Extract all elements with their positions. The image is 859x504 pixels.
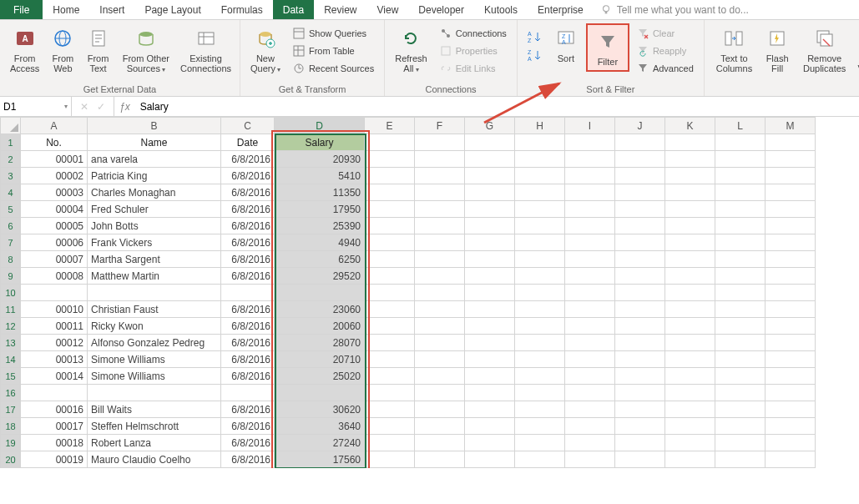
column-header-B[interactable]: B <box>88 118 221 134</box>
cell[interactable]: 00017 <box>21 418 88 435</box>
cell[interactable] <box>221 385 275 401</box>
row-header[interactable]: 12 <box>1 318 21 335</box>
table-header-cell[interactable]: Name <box>88 134 221 151</box>
cell[interactable]: 00013 <box>21 351 88 368</box>
cell[interactable] <box>615 184 665 201</box>
cell[interactable] <box>565 318 615 335</box>
cell[interactable] <box>615 451 665 468</box>
cell[interactable] <box>766 234 816 251</box>
cell[interactable]: 00012 <box>21 335 88 351</box>
cell[interactable] <box>665 234 715 251</box>
cell[interactable] <box>766 401 816 418</box>
cell[interactable] <box>665 451 715 468</box>
cell[interactable] <box>565 234 615 251</box>
cell[interactable] <box>615 151 665 168</box>
cell[interactable] <box>515 418 565 435</box>
cell[interactable] <box>715 318 766 335</box>
cell[interactable] <box>465 151 515 168</box>
cell[interactable]: 3640 <box>275 418 365 435</box>
cell[interactable] <box>665 134 715 151</box>
cell[interactable]: John Botts <box>88 218 221 234</box>
cell[interactable] <box>365 285 415 301</box>
cell[interactable] <box>565 268 615 285</box>
cell[interactable] <box>766 418 816 435</box>
cell[interactable] <box>615 134 665 151</box>
cell[interactable]: 6/8/2016 <box>221 201 275 218</box>
column-header-D[interactable]: D <box>275 118 365 134</box>
cell[interactable]: 17950 <box>275 201 365 218</box>
cell[interactable] <box>665 301 715 318</box>
cell[interactable]: 20710 <box>275 351 365 368</box>
cell[interactable] <box>665 151 715 168</box>
cell[interactable] <box>365 335 415 351</box>
row-header[interactable]: 10 <box>1 285 21 301</box>
cell[interactable]: 20060 <box>275 318 365 335</box>
cell[interactable] <box>766 134 816 151</box>
cell[interactable] <box>88 285 221 301</box>
cell[interactable] <box>275 385 365 401</box>
cell[interactable] <box>515 351 565 368</box>
cell[interactable] <box>415 301 465 318</box>
spreadsheet-grid[interactable]: ABCDEFGHIJKLM 1No.NameDateSalary200001an… <box>0 117 816 468</box>
table-header-cell[interactable]: No. <box>21 134 88 151</box>
cell[interactable] <box>665 368 715 385</box>
cell[interactable]: 00014 <box>21 368 88 385</box>
cell[interactable]: 25020 <box>275 368 365 385</box>
cell[interactable]: 00019 <box>21 451 88 468</box>
cell[interactable] <box>715 218 766 234</box>
cell[interactable] <box>565 418 615 435</box>
fx-icon[interactable]: ƒx <box>114 97 135 116</box>
cell[interactable] <box>665 251 715 268</box>
cell[interactable] <box>715 301 766 318</box>
cell[interactable]: Simone Williams <box>88 351 221 368</box>
cell[interactable] <box>365 385 415 401</box>
cell[interactable] <box>515 234 565 251</box>
cell[interactable] <box>415 184 465 201</box>
tab-formulas[interactable]: Formulas <box>211 0 273 19</box>
cell[interactable] <box>665 351 715 368</box>
cell[interactable]: 4940 <box>275 234 365 251</box>
cell[interactable] <box>715 435 766 451</box>
chevron-down-icon[interactable]: ▾ <box>64 103 68 110</box>
cell[interactable] <box>565 201 615 218</box>
cell[interactable] <box>465 401 515 418</box>
cell[interactable]: 00004 <box>21 201 88 218</box>
row-header[interactable]: 6 <box>1 218 21 234</box>
cell[interactable] <box>415 285 465 301</box>
table-header-cell[interactable]: Date <box>221 134 275 151</box>
cell[interactable] <box>465 385 515 401</box>
cell[interactable] <box>365 435 415 451</box>
cell[interactable] <box>415 251 465 268</box>
cell[interactable] <box>565 184 615 201</box>
cell[interactable] <box>365 234 415 251</box>
cell[interactable] <box>615 435 665 451</box>
cell[interactable] <box>715 368 766 385</box>
cell[interactable] <box>515 268 565 285</box>
cell[interactable]: 6/8/2016 <box>221 451 275 468</box>
row-header[interactable]: 20 <box>1 451 21 468</box>
from-text-button[interactable]: From Text <box>82 23 115 75</box>
cell[interactable] <box>515 151 565 168</box>
cell[interactable] <box>665 268 715 285</box>
cell[interactable]: Charles Monaghan <box>88 184 221 201</box>
existing-connections-button[interactable]: Existing Connections <box>177 23 235 75</box>
refresh-all-button[interactable]: Refresh All▾ <box>390 23 432 76</box>
row-header[interactable]: 18 <box>1 418 21 435</box>
cell[interactable]: 00003 <box>21 184 88 201</box>
cell[interactable] <box>515 184 565 201</box>
cell[interactable] <box>515 301 565 318</box>
row-header[interactable]: 7 <box>1 234 21 251</box>
cell[interactable] <box>665 385 715 401</box>
cell[interactable] <box>515 335 565 351</box>
tab-home[interactable]: Home <box>43 0 89 19</box>
cell[interactable]: 00002 <box>21 168 88 184</box>
cell[interactable] <box>515 168 565 184</box>
cell[interactable]: Christian Faust <box>88 301 221 318</box>
cell[interactable]: 6/8/2016 <box>221 251 275 268</box>
cancel-formula-icon[interactable]: ✕ <box>80 101 88 113</box>
cell[interactable]: 28070 <box>275 335 365 351</box>
column-header-G[interactable]: G <box>465 118 515 134</box>
cell[interactable] <box>515 385 565 401</box>
cell[interactable]: 6/8/2016 <box>221 268 275 285</box>
row-header[interactable]: 13 <box>1 335 21 351</box>
